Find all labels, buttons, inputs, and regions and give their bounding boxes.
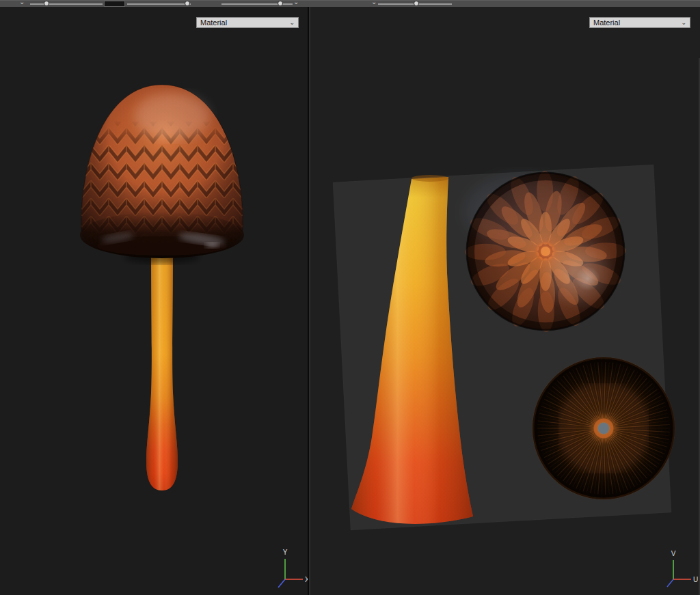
axis-x-label: X (305, 576, 308, 583)
rim-specular (205, 243, 219, 248)
uv-island-cap-top[interactable] (464, 171, 626, 332)
toolbar-value-field[interactable] (104, 1, 125, 7)
material-dropdown[interactable]: Material ⌄ (196, 17, 299, 28)
chevron-down-icon: ⌄ (289, 20, 295, 26)
axis-u-label: U (693, 576, 698, 583)
viewport-uv[interactable]: Material ⌄ V U (309, 7, 700, 595)
top-toolbar: ⌄ ⌄ ⌄ (0, 0, 700, 7)
axis-y-label: Y (283, 549, 288, 556)
axis-gizmo-uv: V U (651, 544, 700, 592)
stem-top-edge (412, 175, 448, 182)
material-dropdown[interactable]: Material ⌄ (589, 17, 690, 28)
axis-z-line (278, 579, 285, 587)
chevron-down-icon[interactable]: ⌄ (293, 0, 299, 5)
axis-gizmo: Y X (265, 544, 308, 593)
slider-handle[interactable] (185, 1, 190, 6)
chevron-down-icon[interactable]: ⌄ (19, 0, 25, 5)
uv-editor-render (309, 7, 700, 595)
uv-island-cap-gills[interactable] (533, 357, 675, 499)
slider-handle[interactable] (278, 1, 283, 6)
mushroom-stem[interactable] (146, 243, 178, 490)
cap-top-gloss-spot (576, 266, 600, 291)
chevron-down-icon[interactable]: ⌄ (371, 0, 377, 5)
cap-highlight (135, 93, 210, 139)
slider-handle[interactable] (414, 1, 419, 6)
gills-center-dot (598, 423, 609, 434)
slider-handle[interactable] (44, 1, 49, 6)
application-window: ⌄ ⌄ ⌄ (0, 0, 700, 595)
chevron-down-icon: ⌄ (681, 20, 686, 26)
viewport-3d[interactable]: Material ⌄ Y X (0, 7, 309, 595)
material-dropdown-value: Material (593, 18, 620, 27)
mushroom-render (0, 7, 309, 595)
material-dropdown-value: Material (200, 18, 227, 27)
slider-track (30, 3, 103, 5)
axis-v-label: V (671, 550, 676, 557)
mushroom-cap[interactable] (79, 85, 245, 264)
axis-w-line (667, 579, 673, 587)
slider-track (127, 3, 191, 5)
